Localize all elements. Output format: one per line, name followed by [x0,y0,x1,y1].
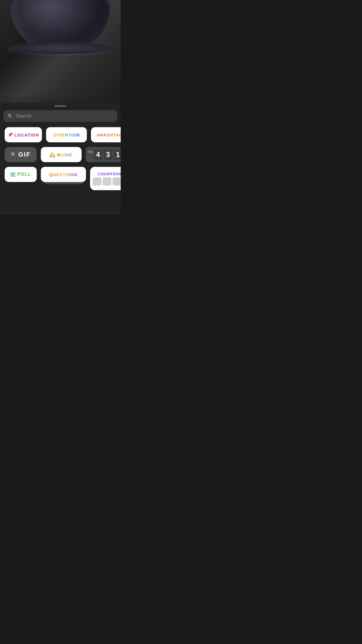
mention-sticker[interactable]: @MENTION [46,127,87,142]
location-pin-icon: 📌 [8,132,13,137]
time-digit-3: 3 [104,149,113,160]
location-sticker-label: LOCATION [14,132,39,137]
poll-sticker[interactable]: POLL [5,167,37,182]
questions-sticker-label: QUESTIONS [49,172,78,177]
sticker-row-0: 📌 LOCATION @MENTION #HASHTAG [5,127,116,142]
hashtag-sticker-label: #HASHTAG [97,132,121,137]
hashtag-sticker[interactable]: #HASHTAG [91,127,121,142]
questions-shadow [44,181,83,184]
music-bars-icon [50,152,55,158]
countdown-sticker-label: COUNTDOWN [98,172,121,176]
sticker-picker-sheet: 🔍 Search 📌 LOCATION @MENTION #HASHTAG 🔍 … [0,103,121,215]
countdown-block-3 [113,177,121,186]
countdown-blocks [93,177,121,186]
music-sticker[interactable]: MUSIC [41,147,82,162]
search-bar[interactable]: 🔍 Search [3,110,117,122]
bowl-rim [8,42,113,54]
photo-background [0,0,121,112]
countdown-block-1 [93,177,101,186]
time-am-pm: PM [89,150,93,153]
questions-sticker[interactable]: QUESTIONS [41,167,86,182]
search-placeholder: Search [16,113,31,119]
countdown-sticker[interactable]: COUNTDOWN [90,167,121,190]
mention-sticker-label: @MENTION [53,132,80,137]
gif-sticker[interactable]: 🔍 GIF [5,147,37,162]
poll-lines-icon [10,173,16,176]
sticker-row-1: 🔍 GIF MUSIC PM 4 3 1 [5,147,116,162]
sticker-row-2: POLL QUESTIONS COUNTDOWN [5,167,116,190]
time-digit-4: 4 [94,149,103,160]
countdown-block-2 [103,177,111,186]
time-sticker[interactable]: PM 4 3 1 [86,147,121,162]
music-sticker-label: MUSIC [57,152,72,157]
location-sticker[interactable]: 📌 LOCATION [5,127,42,142]
time-digit-1: 1 [114,149,121,160]
poll-sticker-label: POLL [17,172,31,177]
drag-handle[interactable] [55,105,66,107]
sticker-grid: 📌 LOCATION @MENTION #HASHTAG 🔍 GIF [0,127,121,190]
search-icon: 🔍 [8,113,13,119]
gif-sticker-label: GIF [18,151,31,158]
gif-search-icon: 🔍 [11,152,17,158]
